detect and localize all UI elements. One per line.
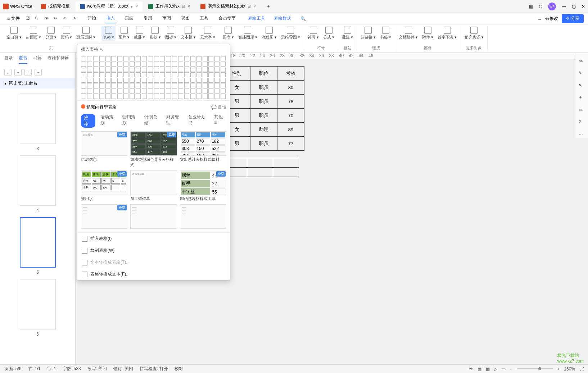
header-footer[interactable]: 页眉页脚 ▾ xyxy=(75,26,97,41)
grid-cell[interactable] xyxy=(208,83,213,88)
template-item[interactable]: 请假单表格员工请假单 xyxy=(130,170,177,201)
grid-cell[interactable] xyxy=(190,72,195,77)
grid-cell[interactable] xyxy=(214,94,220,99)
play-icon[interactable]: ▷ xyxy=(494,367,497,372)
formula[interactable]: 公式 ▾ xyxy=(322,26,336,41)
view-web-icon[interactable]: ▭ xyxy=(502,367,506,372)
grid-cell[interactable] xyxy=(154,83,159,88)
nav-tab-1[interactable]: 章节 xyxy=(19,55,27,64)
grid-cell[interactable] xyxy=(172,67,177,72)
grid-cell[interactable] xyxy=(142,72,147,77)
mindmap[interactable]: 思维导图 ▾ xyxy=(280,26,302,41)
grid-cell[interactable] xyxy=(117,83,122,88)
cover-page[interactable]: 封面页 ▾ xyxy=(24,26,42,41)
grid-cell[interactable] xyxy=(154,72,159,77)
tab-excel-doc[interactable]: 工作簿3.xlsx⊟✕ xyxy=(144,1,195,12)
grid-cell[interactable] xyxy=(123,67,128,72)
grid-cell[interactable] xyxy=(136,94,141,99)
table-header[interactable]: 考核 xyxy=(277,67,304,81)
grid-cell[interactable] xyxy=(136,72,141,77)
grid-cell[interactable] xyxy=(172,78,177,83)
words-status[interactable]: 字数: 533 xyxy=(63,366,81,372)
grid-cell[interactable] xyxy=(160,78,165,83)
page-break[interactable]: 分页 ▾ xyxy=(44,26,58,41)
eye-icon[interactable]: 👁 xyxy=(469,367,473,372)
grid-cell[interactable] xyxy=(172,83,177,88)
grid-cell[interactable] xyxy=(99,56,104,61)
grid-cell[interactable] xyxy=(130,94,135,99)
new-tab-button[interactable]: ＋ xyxy=(262,1,275,12)
grid-cell[interactable] xyxy=(196,62,202,67)
grid-cell[interactable] xyxy=(123,88,128,94)
page-thumb-4[interactable] xyxy=(20,155,56,206)
tab-ppt-doc[interactable]: 演示文稿素材2.pptx⊟✕ xyxy=(196,1,261,12)
grid-cell[interactable] xyxy=(190,83,195,88)
grid-cell[interactable] xyxy=(99,88,104,94)
template-item[interactable]: ━━━━━━━━━ xyxy=(180,204,226,229)
grid-cell[interactable] xyxy=(99,72,104,77)
grid-cell[interactable] xyxy=(166,56,171,61)
grid-cell[interactable] xyxy=(93,67,98,72)
grid-cell[interactable] xyxy=(221,62,226,67)
maximize-icon[interactable]: ▢ xyxy=(572,4,576,9)
grid-cell[interactable] xyxy=(172,72,177,77)
grid-cell[interactable] xyxy=(136,78,141,83)
grid-cell[interactable] xyxy=(214,88,220,94)
grid-cell[interactable] xyxy=(214,62,220,67)
docer-res[interactable]: 稻壳资源 ▾ xyxy=(463,26,485,41)
template-item[interactable]: 得闻提示总计7975701822891505225544973404201488… xyxy=(130,131,177,168)
close-icon[interactable]: ✕ xyxy=(135,4,138,9)
grid-cell[interactable] xyxy=(221,56,226,61)
grid-cell[interactable] xyxy=(160,56,165,61)
menu-tab-2[interactable]: 页面 xyxy=(124,14,134,23)
grid-cell[interactable] xyxy=(130,88,135,94)
grid-cell[interactable] xyxy=(81,83,86,88)
page-thumb-6[interactable] xyxy=(20,279,56,329)
nav-tab-2[interactable]: 书签 xyxy=(33,55,42,64)
doc-parts[interactable]: 文档部件 ▾ xyxy=(397,26,419,41)
menu-tab-6[interactable]: 工具 xyxy=(199,14,209,23)
page-thumb-5[interactable] xyxy=(20,217,56,268)
menu-tab-3[interactable]: 引用 xyxy=(143,14,153,23)
grid-cell[interactable] xyxy=(184,56,189,61)
grid-cell[interactable] xyxy=(81,62,86,67)
grid-cell[interactable] xyxy=(190,56,195,61)
hyperlink[interactable]: 超链接 ▾ xyxy=(359,26,377,41)
grid-cell[interactable] xyxy=(208,62,213,67)
grid-cell[interactable] xyxy=(136,62,141,67)
grid-cell[interactable] xyxy=(178,94,183,99)
grid-cell[interactable] xyxy=(178,62,183,67)
grid-cell[interactable] xyxy=(148,78,153,83)
nav-tab-3[interactable]: 查找和替换 xyxy=(48,55,69,64)
nav-tab-0[interactable]: 目录 xyxy=(4,55,13,64)
grid-cell[interactable] xyxy=(111,56,116,61)
grid-cell[interactable] xyxy=(154,67,159,72)
grid-cell[interactable] xyxy=(154,62,159,67)
grid-cell[interactable] xyxy=(221,88,226,94)
grid-cell[interactable] xyxy=(214,67,220,72)
select-icon[interactable]: ↖ xyxy=(579,83,585,89)
grid-cell[interactable] xyxy=(190,62,195,67)
grid-cell[interactable] xyxy=(111,78,116,83)
grid-cell[interactable] xyxy=(214,72,220,77)
grid-cell[interactable] xyxy=(136,83,141,88)
grid-cell[interactable] xyxy=(172,62,177,67)
more-icon[interactable]: ⋯ xyxy=(579,132,585,138)
grid-cell[interactable] xyxy=(87,72,92,77)
grid-cell[interactable] xyxy=(130,67,135,72)
grid-cell[interactable] xyxy=(203,94,208,99)
sparkle-icon[interactable]: ✦ xyxy=(579,95,585,101)
grid-cell[interactable] xyxy=(190,94,195,99)
template-item[interactable]: 饮 用桶 装直 饮水 类型合格505056总数100100免费饮用水 xyxy=(81,170,127,201)
grid-cell[interactable] xyxy=(203,62,208,67)
grid-cell[interactable] xyxy=(105,72,110,77)
view-page-icon[interactable]: ▤ xyxy=(478,367,481,372)
grid-cell[interactable] xyxy=(123,56,128,61)
grid-cell[interactable] xyxy=(221,78,226,83)
track-status[interactable]: 改写: 关闭 xyxy=(87,366,107,372)
grid-cell[interactable] xyxy=(160,72,165,77)
grid-cell[interactable] xyxy=(214,83,220,88)
grid-cell[interactable] xyxy=(208,78,213,83)
grid-cell[interactable] xyxy=(99,83,104,88)
spell-status[interactable]: 拼写检查: 打开 xyxy=(140,366,168,372)
